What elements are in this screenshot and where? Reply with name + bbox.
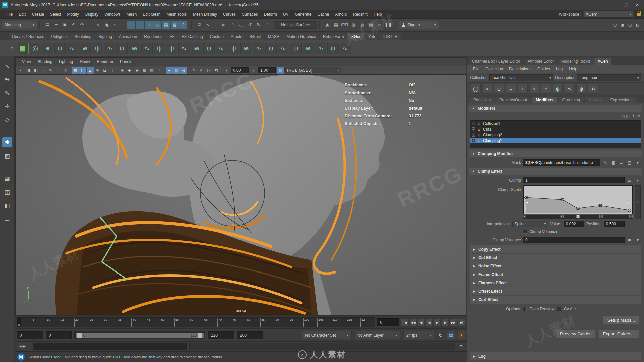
xgen-subtab[interactable]: Expressions [606, 97, 636, 103]
mask-field[interactable]: ${DESC}/paintmaps/base_hair_clump [523, 159, 600, 166]
shelf-tab[interactable]: Yeti [365, 33, 378, 40]
snap-toolbar-icon[interactable]: ▩ [171, 21, 179, 29]
viewport-texture-icon[interactable]: ◪ [101, 67, 108, 74]
viewport-menu-item[interactable]: Show [76, 58, 93, 66]
xgen-toolbar-icon[interactable]: ∿ [565, 84, 575, 94]
construction-toolbar-icon[interactable]: ◡ [237, 21, 245, 29]
modifier-list-icon[interactable]: ▷ [626, 114, 629, 118]
viewport-toggle-icon[interactable]: ✛ [54, 67, 61, 74]
modifier-checkbox[interactable] [472, 127, 475, 131]
viewport-toggle-icon[interactable]: ▪ [17, 67, 24, 74]
menu-item[interactable]: Help [371, 10, 385, 18]
xgen-toolbar-icon[interactable]: ψ [494, 84, 504, 94]
menu-item[interactable]: Curves [220, 10, 239, 18]
xgen-shelf-tool-icon[interactable]: ψ [327, 43, 339, 54]
mask-menu-icon[interactable]: ▾ [635, 160, 641, 165]
modifier-list-icon[interactable]: ↥ [632, 114, 635, 118]
preview-guides-button[interactable]: Preview Guides [556, 329, 596, 338]
gamma-field[interactable]: 1.00 [258, 67, 276, 73]
shelf-tab[interactable]: TURTLE [379, 33, 401, 40]
clump-effect-header[interactable]: ▼ Clump Effect [469, 168, 642, 175]
ramp-value-field[interactable]: 0.092 [564, 221, 584, 227]
viewport-menu-item[interactable]: Lighting [56, 58, 76, 66]
xgen-shelf-tool-icon[interactable]: ◎ [30, 43, 41, 54]
menu-item[interactable]: Modify [64, 10, 82, 18]
xgen-toolbar-icon[interactable]: + [518, 84, 528, 94]
shelf-tab[interactable]: MASH [265, 33, 283, 40]
collapsed-section-header[interactable]: ▶ Noise Effect [470, 262, 641, 270]
viewport-camera-icon[interactable]: ◳ [205, 67, 212, 74]
collapsed-section-header[interactable]: ▶ Cut Effect [470, 254, 641, 262]
viewport-texture-icon[interactable]: ▣ [94, 67, 101, 74]
snap-toolbar-icon[interactable]: ⌒ [136, 21, 144, 29]
ramp-key-track[interactable] [523, 215, 633, 219]
collapsed-section-header[interactable]: ▶ Flatness Effect [470, 279, 641, 287]
panel-layout-icon[interactable]: ▢ [612, 22, 619, 28]
file-toolbar-icon[interactable]: ↷ [78, 21, 86, 29]
scale-tool-icon[interactable]: ◇ [2, 115, 12, 125]
select-tool-icon[interactable]: ↖ [2, 61, 12, 71]
clump-expression-icon[interactable]: ▤ [627, 178, 633, 183]
gamma-icon[interactable]: ◐ [250, 67, 257, 74]
viewport-shading-icon[interactable]: ◫ [79, 67, 86, 74]
shelf-tab[interactable]: Curves / Surfaces [9, 33, 47, 40]
menu-item[interactable]: Mesh Display [190, 10, 220, 18]
live-surface-indicator[interactable]: No Live Surface [274, 21, 317, 29]
viewport-toggle-icon[interactable]: ◨ [25, 67, 32, 74]
current-frame-field[interactable]: 0 [377, 318, 399, 326]
modifier-checkbox[interactable] [472, 139, 475, 142]
anim-layer-select[interactable]: No Anim Layer [354, 331, 400, 339]
dock-tab[interactable]: Channel Box / Layer Editor [469, 58, 523, 65]
shelf-tab[interactable]: Rendering [141, 33, 166, 40]
menu-item[interactable]: Select [47, 10, 64, 18]
dock-tab[interactable]: XGen [594, 58, 611, 65]
modifier-checkbox[interactable] [472, 133, 475, 137]
menu-item[interactable]: Display [82, 10, 101, 18]
xgen-shelf-tool-icon[interactable]: ψ [290, 43, 302, 54]
menu-item[interactable]: Cache [314, 10, 332, 18]
shelf-tab[interactable]: FX Caching [178, 33, 206, 40]
menu-item[interactable]: Arnold [332, 10, 350, 18]
panel-layout-icon[interactable]: ◫ [627, 22, 633, 28]
ramp-expand-button[interactable]: › [635, 185, 641, 219]
xgen-subtab[interactable]: Primitives [469, 97, 495, 103]
clump-field[interactable]: 1 [523, 177, 625, 183]
construction-toolbar-icon[interactable]: ↻ [255, 21, 263, 29]
history-toolbar-icon[interactable]: ↖ [204, 21, 212, 29]
render-toolbar-icon[interactable]: ▦ [332, 21, 340, 29]
xgen-shelf-tool-icon[interactable]: ψ [228, 43, 239, 54]
viewport-menu-item[interactable]: Panels [117, 58, 136, 66]
ramp-key-marker[interactable] [629, 215, 633, 218]
viewport-toggle-icon[interactable]: ✎ [47, 67, 54, 74]
description-select[interactable]: Long_hair [577, 74, 641, 81]
mask-folder-icon[interactable]: ▱ [619, 160, 625, 165]
modifier-list-icon[interactable]: ▱ [637, 114, 640, 118]
viewport-lighting-icon[interactable]: ◈ [119, 67, 126, 74]
viewport-camera-icon[interactable]: ◰ [198, 67, 205, 74]
xgen-toolbar-icon[interactable]: ⌖ [529, 84, 539, 94]
last-tool-icon[interactable]: ▨ [2, 151, 12, 161]
auto-keyframe-icon[interactable]: ▦ [447, 331, 455, 339]
dock-tab[interactable]: Attribute Editor [524, 58, 557, 65]
range-slider[interactable]: 0 120 [74, 331, 205, 339]
modifiers-section-header[interactable]: ▼ Modifiers [469, 105, 642, 112]
menu-item[interactable]: File [3, 10, 16, 18]
viewport-toggle-icon[interactable]: ◧ [32, 67, 39, 74]
range-start-handle[interactable] [77, 333, 82, 338]
viewport-toggle-icon[interactable]: ◇ [62, 67, 69, 74]
modifier-list-item[interactable]: Cut1 [470, 126, 641, 132]
viewport-toggle-icon[interactable]: ▫ [40, 67, 47, 74]
playback-button[interactable]: ▶▶ [449, 319, 457, 326]
viewport-menu-item[interactable]: View [19, 58, 34, 66]
xgen-subtab[interactable]: Grooming [558, 97, 584, 103]
render-toolbar-icon[interactable]: ❚❚ [384, 21, 392, 29]
xgen-shelf-tool-icon[interactable]: ∿ [178, 43, 190, 54]
xgen-menu-item[interactable]: Help [566, 65, 580, 73]
log-section-header[interactable]: ▶ Log [470, 352, 641, 360]
playback-end-field[interactable]: 120 [208, 331, 234, 339]
layout-four-icon[interactable]: ◫ [2, 187, 12, 197]
shelf-tab[interactable]: Bifrost [246, 33, 264, 40]
maximize-button[interactable]: ▢ [622, 2, 631, 8]
xgen-subtab[interactable]: Preview/Output [495, 97, 531, 103]
panel-layout-icon[interactable]: ▣ [619, 22, 626, 28]
